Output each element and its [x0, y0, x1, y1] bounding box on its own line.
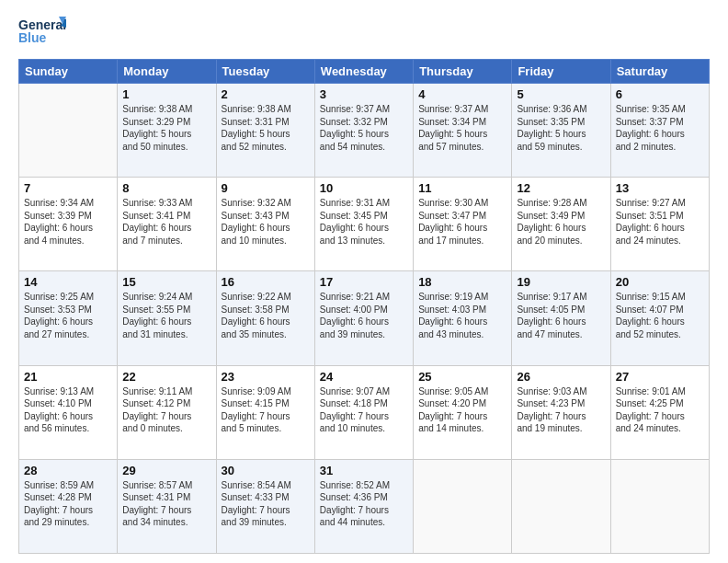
calendar-cell: 6Sunrise: 9:35 AM Sunset: 3:37 PM Daylig…: [610, 84, 709, 178]
day-number: 22: [122, 370, 210, 384]
day-info: Sunrise: 9:21 AM Sunset: 4:00 PM Dayligh…: [320, 291, 408, 340]
day-number: 7: [24, 181, 112, 195]
calendar-cell: 11Sunrise: 9:30 AM Sunset: 3:47 PM Dayli…: [414, 178, 512, 271]
calendar-cell: 5Sunrise: 9:36 AM Sunset: 3:35 PM Daylig…: [512, 84, 610, 178]
day-number: 24: [320, 370, 408, 384]
day-number: 11: [418, 181, 506, 195]
calendar-cell: 28Sunrise: 8:59 AM Sunset: 4:28 PM Dayli…: [19, 459, 118, 553]
day-number: 12: [517, 181, 605, 195]
day-number: 1: [122, 87, 210, 101]
page: General Blue SundayMondayTuesdayWednesda…: [0, 0, 728, 563]
day-info: Sunrise: 9:09 AM Sunset: 4:15 PM Dayligh…: [222, 385, 310, 435]
calendar-cell: 25Sunrise: 9:05 AM Sunset: 4:20 PM Dayli…: [414, 365, 512, 459]
day-info: Sunrise: 9:32 AM Sunset: 3:43 PM Dayligh…: [222, 197, 310, 247]
col-header-wednesday: Wednesday: [314, 60, 413, 84]
calendar-cell: 23Sunrise: 9:09 AM Sunset: 4:15 PM Dayli…: [216, 365, 314, 459]
col-header-tuesday: Tuesday: [216, 60, 314, 84]
calendar-cell: 31Sunrise: 8:52 AM Sunset: 4:36 PM Dayli…: [314, 459, 413, 553]
day-number: 2: [222, 87, 310, 101]
calendar-cell: 24Sunrise: 9:07 AM Sunset: 4:18 PM Dayli…: [314, 365, 413, 459]
calendar-cell: 19Sunrise: 9:17 AM Sunset: 4:05 PM Dayli…: [512, 271, 610, 365]
day-number: 18: [418, 275, 506, 289]
day-info: Sunrise: 9:38 AM Sunset: 3:29 PM Dayligh…: [122, 103, 210, 153]
col-header-saturday: Saturday: [610, 60, 709, 84]
col-header-thursday: Thursday: [414, 60, 512, 84]
calendar-cell: 3Sunrise: 9:37 AM Sunset: 3:32 PM Daylig…: [314, 84, 413, 178]
day-number: 17: [320, 275, 408, 289]
day-info: Sunrise: 9:24 AM Sunset: 3:55 PM Dayligh…: [122, 291, 210, 340]
day-info: Sunrise: 9:35 AM Sunset: 3:37 PM Dayligh…: [616, 103, 704, 153]
calendar-cell: 8Sunrise: 9:33 AM Sunset: 3:41 PM Daylig…: [118, 178, 216, 271]
logo: General Blue: [18, 15, 66, 52]
day-info: Sunrise: 9:13 AM Sunset: 4:10 PM Dayligh…: [24, 385, 112, 435]
day-number: 23: [222, 370, 310, 384]
calendar-cell: [19, 84, 118, 178]
calendar-cell: 30Sunrise: 8:54 AM Sunset: 4:33 PM Dayli…: [216, 459, 314, 553]
day-info: Sunrise: 9:30 AM Sunset: 3:47 PM Dayligh…: [418, 197, 506, 247]
day-number: 31: [320, 464, 408, 477]
calendar-cell: 1Sunrise: 9:38 AM Sunset: 3:29 PM Daylig…: [118, 84, 216, 178]
calendar-week-row: 28Sunrise: 8:59 AM Sunset: 4:28 PM Dayli…: [19, 459, 710, 553]
day-number: 10: [320, 181, 408, 195]
day-info: Sunrise: 9:34 AM Sunset: 3:39 PM Dayligh…: [24, 197, 112, 247]
calendar-week-row: 1Sunrise: 9:38 AM Sunset: 3:29 PM Daylig…: [19, 84, 710, 178]
calendar-header-row: SundayMondayTuesdayWednesdayThursdayFrid…: [19, 60, 710, 84]
day-info: Sunrise: 8:57 AM Sunset: 4:31 PM Dayligh…: [122, 479, 210, 529]
day-info: Sunrise: 9:33 AM Sunset: 3:41 PM Dayligh…: [122, 197, 210, 247]
day-number: 8: [122, 181, 210, 195]
day-info: Sunrise: 9:17 AM Sunset: 4:05 PM Dayligh…: [517, 291, 605, 340]
day-info: Sunrise: 9:03 AM Sunset: 4:23 PM Dayligh…: [517, 385, 605, 435]
day-number: 13: [616, 181, 704, 195]
day-number: 9: [222, 181, 310, 195]
calendar-cell: 14Sunrise: 9:25 AM Sunset: 3:53 PM Dayli…: [19, 271, 118, 365]
day-info: Sunrise: 9:19 AM Sunset: 4:03 PM Dayligh…: [418, 291, 506, 340]
day-info: Sunrise: 8:52 AM Sunset: 4:36 PM Dayligh…: [320, 479, 408, 529]
day-info: Sunrise: 8:54 AM Sunset: 4:33 PM Dayligh…: [222, 479, 310, 529]
calendar-cell: 9Sunrise: 9:32 AM Sunset: 3:43 PM Daylig…: [216, 178, 314, 271]
calendar-cell: 29Sunrise: 8:57 AM Sunset: 4:31 PM Dayli…: [118, 459, 216, 553]
day-number: 26: [517, 370, 605, 384]
day-info: Sunrise: 9:22 AM Sunset: 3:58 PM Dayligh…: [222, 291, 310, 340]
day-number: 27: [616, 370, 704, 384]
day-number: 29: [122, 464, 210, 477]
day-info: Sunrise: 9:31 AM Sunset: 3:45 PM Dayligh…: [320, 197, 408, 247]
calendar-cell: 2Sunrise: 9:38 AM Sunset: 3:31 PM Daylig…: [216, 84, 314, 178]
calendar-cell: [610, 459, 709, 553]
day-info: Sunrise: 9:15 AM Sunset: 4:07 PM Dayligh…: [616, 291, 704, 340]
day-info: Sunrise: 9:01 AM Sunset: 4:25 PM Dayligh…: [616, 385, 704, 435]
calendar-cell: 15Sunrise: 9:24 AM Sunset: 3:55 PM Dayli…: [118, 271, 216, 365]
header: General Blue: [18, 15, 710, 52]
day-info: Sunrise: 9:38 AM Sunset: 3:31 PM Dayligh…: [222, 103, 310, 153]
day-number: 14: [24, 275, 112, 289]
day-info: Sunrise: 8:59 AM Sunset: 4:28 PM Dayligh…: [24, 479, 112, 529]
calendar-cell: 22Sunrise: 9:11 AM Sunset: 4:12 PM Dayli…: [118, 365, 216, 459]
day-info: Sunrise: 9:36 AM Sunset: 3:35 PM Dayligh…: [517, 103, 605, 153]
day-number: 28: [24, 464, 112, 477]
logo-svg: General Blue: [18, 15, 66, 52]
day-info: Sunrise: 9:37 AM Sunset: 3:34 PM Dayligh…: [418, 103, 506, 153]
calendar-cell: 4Sunrise: 9:37 AM Sunset: 3:34 PM Daylig…: [414, 84, 512, 178]
calendar-cell: 18Sunrise: 9:19 AM Sunset: 4:03 PM Dayli…: [414, 271, 512, 365]
calendar-cell: 27Sunrise: 9:01 AM Sunset: 4:25 PM Dayli…: [610, 365, 709, 459]
calendar-table: SundayMondayTuesdayWednesdayThursdayFrid…: [18, 59, 710, 554]
col-header-friday: Friday: [512, 60, 610, 84]
day-number: 21: [24, 370, 112, 384]
calendar-cell: 26Sunrise: 9:03 AM Sunset: 4:23 PM Dayli…: [512, 365, 610, 459]
day-info: Sunrise: 9:07 AM Sunset: 4:18 PM Dayligh…: [320, 385, 408, 435]
calendar-cell: 7Sunrise: 9:34 AM Sunset: 3:39 PM Daylig…: [19, 178, 118, 271]
day-number: 3: [320, 87, 408, 101]
day-number: 30: [222, 464, 310, 477]
day-number: 5: [517, 87, 605, 101]
calendar-cell: 17Sunrise: 9:21 AM Sunset: 4:00 PM Dayli…: [314, 271, 413, 365]
calendar-cell: [414, 459, 512, 553]
day-info: Sunrise: 9:28 AM Sunset: 3:49 PM Dayligh…: [517, 197, 605, 247]
calendar-week-row: 7Sunrise: 9:34 AM Sunset: 3:39 PM Daylig…: [19, 178, 710, 271]
day-info: Sunrise: 9:11 AM Sunset: 4:12 PM Dayligh…: [122, 385, 210, 435]
calendar-cell: [512, 459, 610, 553]
day-info: Sunrise: 9:37 AM Sunset: 3:32 PM Dayligh…: [320, 103, 408, 153]
day-number: 20: [616, 275, 704, 289]
calendar-cell: 10Sunrise: 9:31 AM Sunset: 3:45 PM Dayli…: [314, 178, 413, 271]
day-number: 4: [418, 87, 506, 101]
calendar-cell: 16Sunrise: 9:22 AM Sunset: 3:58 PM Dayli…: [216, 271, 314, 365]
day-number: 16: [222, 275, 310, 289]
